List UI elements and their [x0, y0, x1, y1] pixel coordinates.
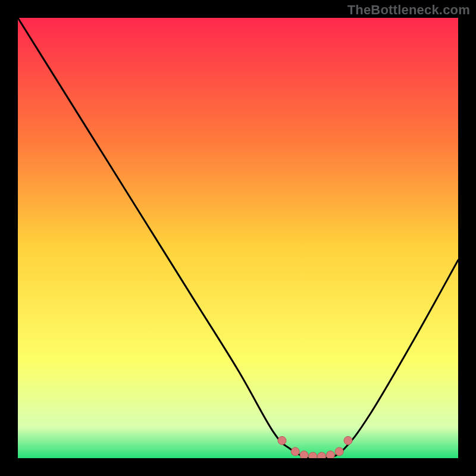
curve-path: [18, 18, 458, 458]
marker-dot: [326, 451, 334, 458]
marker-dot: [300, 451, 308, 458]
chart-stage: TheBottleneck.com: [0, 0, 476, 476]
marker-dot: [278, 436, 286, 444]
marker-dot: [318, 452, 326, 458]
plot-area: [18, 18, 458, 458]
marker-dot: [309, 452, 317, 458]
bottleneck-curve: [18, 18, 458, 458]
marker-dot: [335, 447, 343, 456]
marker-dot: [344, 436, 352, 444]
marker-dot: [291, 447, 299, 456]
attribution-text: TheBottleneck.com: [347, 2, 470, 18]
